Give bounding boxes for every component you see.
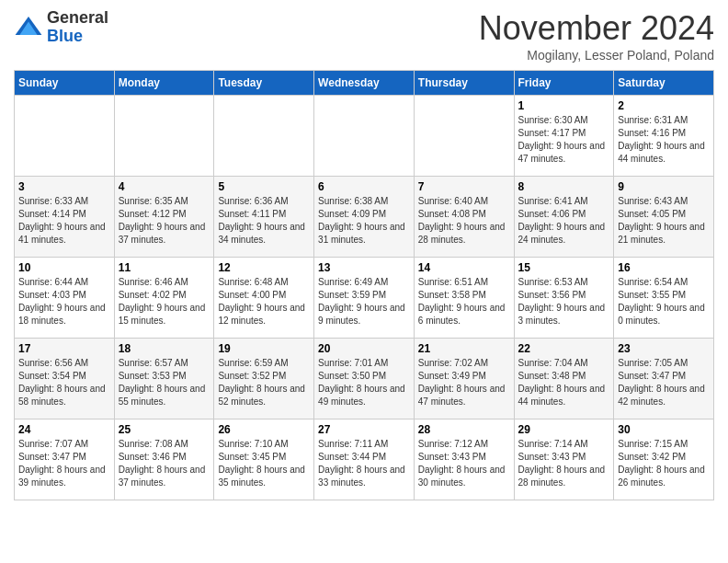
calendar-cell: 6Sunrise: 6:38 AMSunset: 4:09 PMDaylight…	[314, 177, 415, 258]
day-info: Sunrise: 6:35 AMSunset: 4:12 PMDaylight:…	[119, 195, 210, 247]
day-info: Sunrise: 7:12 AMSunset: 3:43 PMDaylight:…	[418, 438, 510, 489]
calendar-cell	[414, 96, 514, 177]
calendar-cell: 19Sunrise: 6:59 AMSunset: 3:52 PMDayligh…	[214, 339, 314, 419]
day-info: Sunrise: 7:10 AMSunset: 3:45 PMDaylight:…	[218, 438, 310, 489]
day-number: 16	[618, 261, 710, 274]
calendar-cell: 21Sunrise: 7:02 AMSunset: 3:49 PMDayligh…	[414, 339, 514, 419]
day-info: Sunrise: 7:11 AMSunset: 3:44 PMDaylight:…	[318, 438, 410, 489]
location: Mogilany, Lesser Poland, Poland	[479, 48, 714, 63]
day-number: 3	[18, 180, 110, 193]
day-number: 1	[518, 99, 610, 112]
calendar-week-row: 17Sunrise: 6:56 AMSunset: 3:54 PMDayligh…	[15, 339, 714, 419]
header: General Blue November 2024 Mogilany, Les…	[14, 9, 714, 63]
calendar-cell: 15Sunrise: 6:53 AMSunset: 3:56 PMDayligh…	[514, 258, 614, 339]
day-number: 23	[618, 342, 710, 355]
day-number: 5	[218, 180, 310, 193]
day-number: 26	[218, 423, 310, 436]
calendar-header-row: SundayMondayTuesdayWednesdayThursdayFrid…	[15, 71, 714, 96]
day-info: Sunrise: 6:31 AMSunset: 4:16 PMDaylight:…	[618, 114, 710, 166]
calendar-cell: 10Sunrise: 6:44 AMSunset: 4:03 PMDayligh…	[15, 258, 115, 339]
day-number: 19	[218, 342, 310, 355]
day-info: Sunrise: 6:56 AMSunset: 3:54 PMDaylight:…	[18, 357, 110, 408]
day-info: Sunrise: 6:38 AMSunset: 4:09 PMDaylight:…	[318, 195, 410, 247]
day-info: Sunrise: 6:57 AMSunset: 3:53 PMDaylight:…	[119, 357, 210, 408]
day-number: 14	[418, 261, 510, 274]
month-title: November 2024	[479, 9, 714, 48]
day-number: 9	[618, 180, 710, 193]
day-info: Sunrise: 6:41 AMSunset: 4:06 PMDaylight:…	[518, 195, 610, 247]
day-info: Sunrise: 7:15 AMSunset: 3:42 PMDaylight:…	[618, 438, 710, 489]
calendar-week-row: 24Sunrise: 7:07 AMSunset: 3:47 PMDayligh…	[15, 419, 714, 500]
weekday-header: Saturday	[614, 71, 714, 96]
calendar-cell: 16Sunrise: 6:54 AMSunset: 3:55 PMDayligh…	[614, 258, 714, 339]
weekday-header: Wednesday	[314, 71, 415, 96]
calendar-cell: 1Sunrise: 6:30 AMSunset: 4:17 PMDaylight…	[514, 96, 614, 177]
day-info: Sunrise: 6:40 AMSunset: 4:08 PMDaylight:…	[418, 195, 510, 247]
calendar-cell	[314, 96, 415, 177]
weekday-header: Thursday	[414, 71, 514, 96]
calendar-cell: 22Sunrise: 7:04 AMSunset: 3:48 PMDayligh…	[514, 339, 614, 419]
day-info: Sunrise: 6:54 AMSunset: 3:55 PMDaylight:…	[618, 276, 710, 327]
day-number: 4	[119, 180, 210, 193]
day-info: Sunrise: 6:30 AMSunset: 4:17 PMDaylight:…	[518, 114, 610, 166]
calendar-cell: 29Sunrise: 7:14 AMSunset: 3:43 PMDayligh…	[514, 419, 614, 500]
day-number: 8	[518, 180, 610, 193]
calendar-cell	[114, 96, 214, 177]
day-info: Sunrise: 6:33 AMSunset: 4:14 PMDaylight:…	[18, 195, 110, 247]
day-number: 20	[318, 342, 410, 355]
day-info: Sunrise: 7:08 AMSunset: 3:46 PMDaylight:…	[119, 438, 210, 489]
day-info: Sunrise: 6:36 AMSunset: 4:11 PMDaylight:…	[218, 195, 310, 247]
weekday-header: Monday	[114, 71, 214, 96]
day-number: 13	[318, 261, 410, 274]
day-info: Sunrise: 6:53 AMSunset: 3:56 PMDaylight:…	[518, 276, 610, 327]
logo-icon	[14, 13, 43, 42]
day-info: Sunrise: 7:01 AMSunset: 3:50 PMDaylight:…	[318, 357, 410, 408]
day-number: 10	[18, 261, 110, 274]
title-area: November 2024 Mogilany, Lesser Poland, P…	[479, 9, 714, 63]
day-info: Sunrise: 6:46 AMSunset: 4:02 PMDaylight:…	[119, 276, 210, 327]
calendar-cell: 14Sunrise: 6:51 AMSunset: 3:58 PMDayligh…	[414, 258, 514, 339]
calendar-cell: 23Sunrise: 7:05 AMSunset: 3:47 PMDayligh…	[614, 339, 714, 419]
day-number: 25	[119, 423, 210, 436]
day-number: 2	[618, 99, 710, 112]
calendar-cell: 28Sunrise: 7:12 AMSunset: 3:43 PMDayligh…	[414, 419, 514, 500]
calendar-cell	[214, 96, 314, 177]
day-number: 21	[418, 342, 510, 355]
calendar-cell: 8Sunrise: 6:41 AMSunset: 4:06 PMDaylight…	[514, 177, 614, 258]
calendar-cell: 17Sunrise: 6:56 AMSunset: 3:54 PMDayligh…	[15, 339, 115, 419]
logo: General Blue	[14, 9, 108, 46]
calendar-cell	[15, 96, 115, 177]
day-info: Sunrise: 6:43 AMSunset: 4:05 PMDaylight:…	[618, 195, 710, 247]
day-number: 27	[318, 423, 410, 436]
calendar-cell: 30Sunrise: 7:15 AMSunset: 3:42 PMDayligh…	[614, 419, 714, 500]
calendar-cell: 2Sunrise: 6:31 AMSunset: 4:16 PMDaylight…	[614, 96, 714, 177]
day-number: 17	[18, 342, 110, 355]
calendar-cell: 3Sunrise: 6:33 AMSunset: 4:14 PMDaylight…	[15, 177, 115, 258]
calendar-cell: 7Sunrise: 6:40 AMSunset: 4:08 PMDaylight…	[414, 177, 514, 258]
weekday-header: Friday	[514, 71, 614, 96]
calendar-cell: 5Sunrise: 6:36 AMSunset: 4:11 PMDaylight…	[214, 177, 314, 258]
calendar-week-row: 1Sunrise: 6:30 AMSunset: 4:17 PMDaylight…	[15, 96, 714, 177]
day-number: 30	[618, 423, 710, 436]
weekday-header: Tuesday	[214, 71, 314, 96]
day-number: 24	[18, 423, 110, 436]
calendar-cell: 9Sunrise: 6:43 AMSunset: 4:05 PMDaylight…	[614, 177, 714, 258]
day-number: 18	[119, 342, 210, 355]
calendar-cell: 11Sunrise: 6:46 AMSunset: 4:02 PMDayligh…	[114, 258, 214, 339]
calendar-cell: 24Sunrise: 7:07 AMSunset: 3:47 PMDayligh…	[15, 419, 115, 500]
calendar-cell: 12Sunrise: 6:48 AMSunset: 4:00 PMDayligh…	[214, 258, 314, 339]
day-info: Sunrise: 7:02 AMSunset: 3:49 PMDaylight:…	[418, 357, 510, 408]
weekday-header: Sunday	[15, 71, 115, 96]
day-info: Sunrise: 6:51 AMSunset: 3:58 PMDaylight:…	[418, 276, 510, 327]
calendar-cell: 26Sunrise: 7:10 AMSunset: 3:45 PMDayligh…	[214, 419, 314, 500]
calendar-week-row: 3Sunrise: 6:33 AMSunset: 4:14 PMDaylight…	[15, 177, 714, 258]
calendar-cell: 18Sunrise: 6:57 AMSunset: 3:53 PMDayligh…	[114, 339, 214, 419]
day-info: Sunrise: 6:44 AMSunset: 4:03 PMDaylight:…	[18, 276, 110, 327]
day-info: Sunrise: 7:07 AMSunset: 3:47 PMDaylight:…	[18, 438, 110, 489]
day-info: Sunrise: 6:48 AMSunset: 4:00 PMDaylight:…	[218, 276, 310, 327]
calendar-week-row: 10Sunrise: 6:44 AMSunset: 4:03 PMDayligh…	[15, 258, 714, 339]
day-number: 29	[518, 423, 610, 436]
day-info: Sunrise: 6:49 AMSunset: 3:59 PMDaylight:…	[318, 276, 410, 327]
calendar-cell: 27Sunrise: 7:11 AMSunset: 3:44 PMDayligh…	[314, 419, 415, 500]
day-number: 7	[418, 180, 510, 193]
